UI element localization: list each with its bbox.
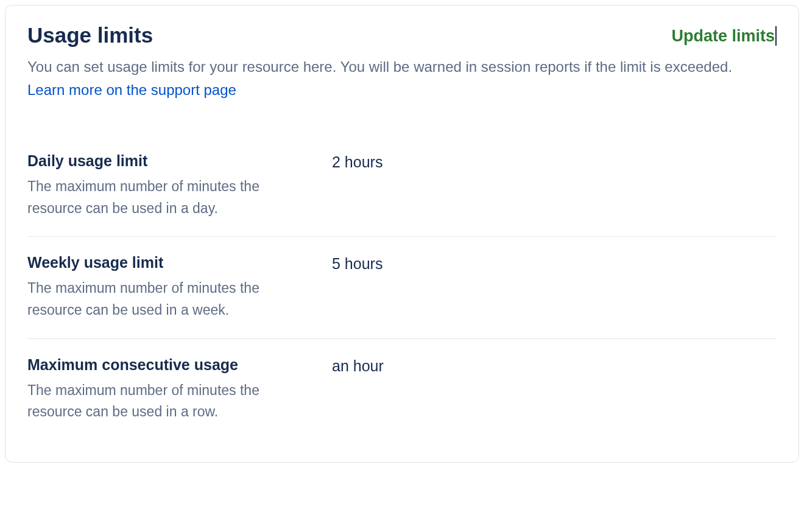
limit-row-consecutive: Maximum consecutive usage The maximum nu… [27,339,777,440]
limit-description: The maximum number of minutes the resour… [27,380,317,423]
limit-value: an hour [332,356,384,375]
header-row: Usage limits Update limits [27,23,777,48]
limit-left: Weekly usage limit The maximum number of… [27,254,332,321]
limit-description: The maximum number of minutes the resour… [27,278,317,321]
limit-title: Daily usage limit [27,152,317,170]
update-limits-link[interactable]: Update limits [671,26,777,46]
page-description: You can set usage limits for your resour… [27,55,777,78]
limit-value: 5 hours [332,254,383,273]
limit-title: Maximum consecutive usage [27,356,317,374]
limit-row-weekly: Weekly usage limit The maximum number of… [27,237,777,338]
spacer [27,99,777,152]
limit-title: Weekly usage limit [27,254,317,271]
limit-row-daily: Daily usage limit The maximum number of … [27,152,777,236]
limit-value: 2 hours [332,152,383,171]
learn-more-link[interactable]: Learn more on the support page [27,82,236,99]
limit-left: Maximum consecutive usage The maximum nu… [27,356,332,423]
usage-limits-card: Usage limits Update limits You can set u… [5,5,799,463]
limits-list: Daily usage limit The maximum number of … [27,152,777,440]
page-title: Usage limits [27,23,153,48]
limit-description: The maximum number of minutes the resour… [27,176,317,219]
limit-left: Daily usage limit The maximum number of … [27,152,332,219]
